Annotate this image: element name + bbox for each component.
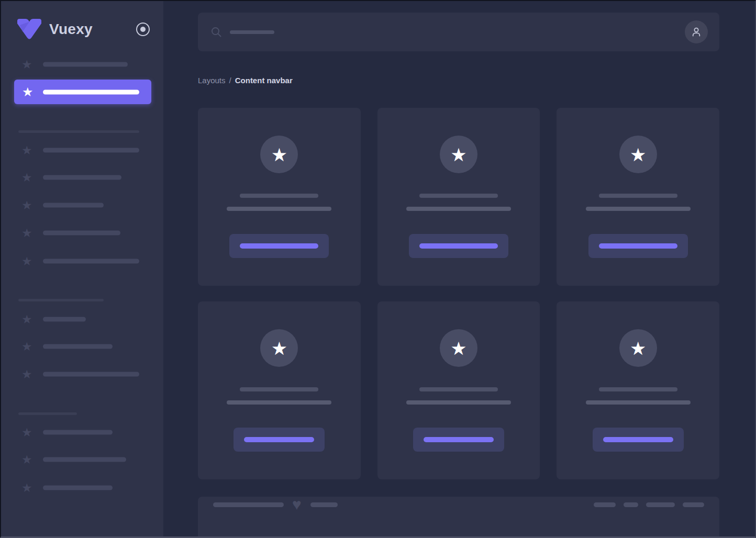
menu-label-skeleton [43,457,126,462]
star-icon: ★ [271,339,287,357]
sidebar-menu-item[interactable]: ★ [1,453,163,466]
star-icon: ★ [21,59,32,71]
demo-card: ★ [377,301,540,479]
breadcrumb: Layouts / Content navbar [198,76,719,85]
star-icon: ★ [630,339,646,357]
sidebar-menu-item[interactable]: ★ [1,227,163,239]
search-placeholder-skeleton [230,30,274,34]
card-action-button[interactable] [593,428,684,452]
text-skeleton-line [240,387,318,391]
sidebar-menu-item[interactable]: ★ [1,340,163,353]
sidebar-menu-item[interactable]: ★ [1,144,163,156]
button-label-skeleton [244,437,314,442]
card-avatar: ★ [619,329,657,367]
star-icon: ★ [21,368,32,380]
breadcrumb-separator: / [229,76,231,85]
footer-content: ♥ [198,497,719,512]
card-action-button[interactable] [229,234,329,258]
star-icon: ★ [271,145,287,164]
card-avatar: ★ [260,136,298,173]
text-skeleton-line [599,387,677,391]
demo-card: ★ [377,108,540,286]
user-avatar[interactable] [685,20,708,43]
person-icon [690,26,703,38]
star-icon: ★ [21,199,32,211]
text-skeleton-line [240,194,318,198]
sidebar-menu-item[interactable]: ★ [1,481,163,494]
demo-card: ★ [198,108,361,286]
menu-label-skeleton [43,430,113,435]
menu-label-skeleton [43,259,139,264]
footer-link-skeleton [594,502,616,507]
text-skeleton-line [227,400,331,405]
star-icon: ★ [21,341,32,353]
footer-link-skeleton [683,502,704,507]
sidebar-menu-item[interactable]: ★ [1,255,163,267]
menu-label-skeleton [43,344,113,349]
heart-icon: ♥ [292,497,302,512]
menu-section-divider [18,412,77,415]
text-skeleton-line [406,400,511,405]
menu-label-skeleton [43,486,113,490]
card-action-button[interactable] [409,234,508,258]
menu-label-skeleton [43,148,139,153]
breadcrumb-current-page: Content navbar [235,76,293,85]
star-icon: ★ [630,145,646,164]
star-icon: ★ [21,227,32,239]
menu-label-skeleton [43,231,120,236]
menu-label-skeleton [43,175,121,180]
top-navbar [198,13,719,51]
menu-label-skeleton [43,372,139,377]
card-avatar: ★ [260,329,298,367]
star-icon: ★ [21,313,32,326]
text-skeleton-line [406,207,511,211]
card-avatar: ★ [440,329,477,367]
star-icon: ★ [450,145,466,164]
search-input[interactable] [210,13,685,51]
text-skeleton-line [599,194,677,198]
sidebar-menu-item[interactable]: ★ [1,171,163,184]
footer: ♥ [198,497,719,538]
sidebar-menu-item-active[interactable]: ★ [14,80,151,104]
button-label-skeleton [424,437,494,442]
footer-text-skeleton [310,502,338,507]
card-avatar: ★ [619,136,657,173]
app-screen: Vuexy ★ ★ ★ ★ [0,0,756,538]
button-label-skeleton [240,243,318,249]
text-skeleton-line [586,207,691,211]
footer-link-skeleton [624,502,638,507]
button-label-skeleton [603,437,673,442]
star-icon: ★ [21,172,32,184]
card-action-button[interactable] [588,234,688,258]
star-icon: ★ [21,482,32,494]
menu-section-divider [18,299,104,301]
text-skeleton-line [227,207,331,211]
button-label-skeleton [419,243,498,249]
sidebar-menu-item[interactable]: ★ [1,368,163,380]
card-action-button[interactable] [413,428,504,452]
star-icon: ★ [21,144,32,156]
card-grid: ★ ★ ★ [198,108,719,479]
star-icon: ★ [21,427,32,439]
text-skeleton-line [586,400,691,405]
footer-links [594,502,704,507]
breadcrumb-link-layouts[interactable]: Layouts [198,76,226,85]
sidebar: Vuexy ★ ★ ★ ★ [1,1,163,536]
sidebar-menu-item[interactable]: ★ [1,426,163,439]
content-area: Layouts / Content navbar ★ ★ [163,1,755,536]
menu-label-skeleton [43,62,128,67]
sidebar-menu-item[interactable]: ★ [1,313,163,326]
sidebar-menu-item[interactable]: ★ [1,199,163,211]
footer-text-skeleton [213,502,284,507]
demo-card: ★ [198,301,361,479]
menu-section-divider [18,130,139,133]
text-skeleton-line [419,194,498,198]
demo-card: ★ [557,301,719,479]
search-icon [210,26,222,38]
sidebar-menu-item[interactable]: ★ [1,58,163,71]
menu-label-skeleton [43,317,86,322]
card-action-button[interactable] [234,428,325,452]
demo-card: ★ [557,108,719,286]
menu-label-skeleton [43,89,139,94]
star-icon: ★ [22,86,34,98]
